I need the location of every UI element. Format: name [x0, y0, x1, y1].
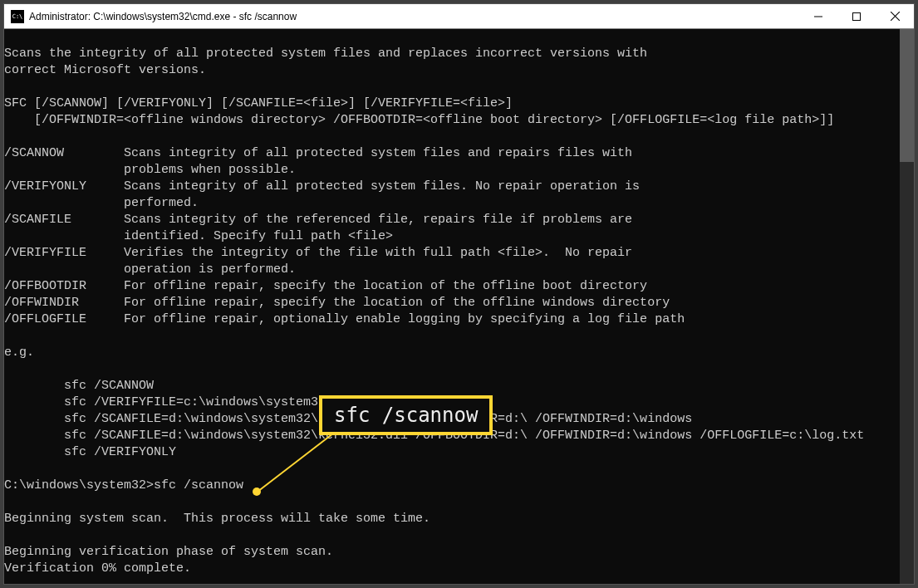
annotation-dot	[253, 488, 261, 496]
window-title: Administrator: C:\windows\system32\cmd.e…	[29, 11, 297, 22]
svg-rect-1	[853, 12, 861, 20]
scrollbar-thumb[interactable]	[900, 29, 914, 162]
cmd-window: Administrator: C:\windows\system32\cmd.e…	[3, 3, 915, 585]
terminal-output: Scans the integrity of all protected sys…	[4, 29, 900, 584]
annotation-callout: sfc /scannow	[319, 395, 493, 435]
cmd-icon	[11, 10, 24, 23]
scrollbar[interactable]	[900, 29, 914, 584]
minimize-button[interactable]	[799, 4, 837, 28]
titlebar[interactable]: Administrator: C:\windows\system32\cmd.e…	[4, 4, 914, 29]
annotation-callout-text: sfc /scannow	[334, 404, 478, 427]
terminal-area[interactable]: Scans the integrity of all protected sys…	[4, 29, 914, 584]
close-button[interactable]	[876, 4, 914, 28]
window-controls	[799, 4, 914, 28]
maximize-button[interactable]	[837, 4, 876, 28]
